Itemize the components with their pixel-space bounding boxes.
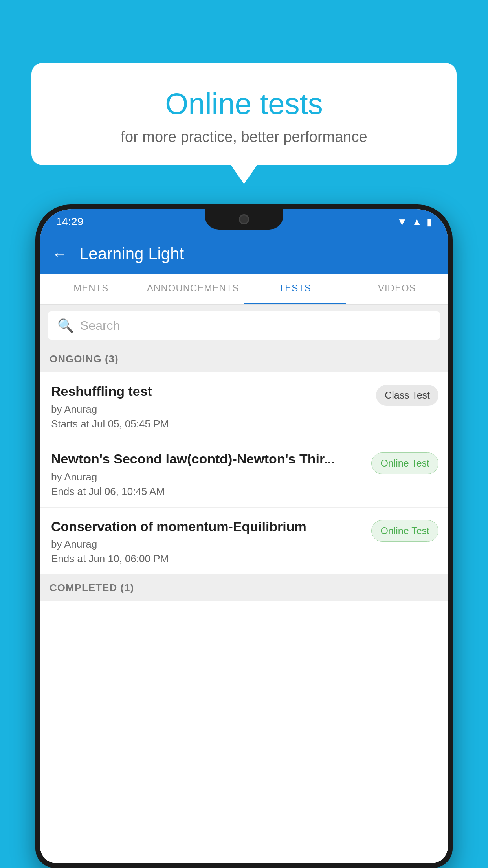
search-input[interactable]: Search <box>80 318 120 333</box>
app-title: Learning Light <box>79 245 184 263</box>
status-icons: ▼ ▲ ▮ <box>397 216 432 228</box>
status-time: 14:29 <box>56 215 83 228</box>
search-icon: 🔍 <box>57 318 74 333</box>
test-time: Ends at Jul 06, 10:45 AM <box>51 485 365 498</box>
test-name: Newton's Second law(contd)-Newton's Thir… <box>51 451 365 467</box>
section-completed-header: COMPLETED (1) <box>40 575 448 601</box>
back-button[interactable]: ← <box>52 245 68 263</box>
test-by: by Anurag <box>51 471 365 483</box>
phone-outer: 14:29 ▼ ▲ ▮ ← Learning Light MENTS ANNOU… <box>35 204 453 868</box>
test-by: by Anurag <box>51 403 370 416</box>
test-badge: Online Test <box>371 520 438 542</box>
list-item[interactable]: Reshuffling test by Anurag Starts at Jul… <box>40 372 448 440</box>
phone-wrapper: 14:29 ▼ ▲ ▮ ← Learning Light MENTS ANNOU… <box>35 204 453 868</box>
bubble-title: Online tests <box>47 86 441 121</box>
section-ongoing-header: ONGOING (3) <box>40 346 448 372</box>
search-bar: 🔍 Search <box>40 305 448 346</box>
phone-screen: 14:29 ▼ ▲ ▮ ← Learning Light MENTS ANNOU… <box>40 209 448 863</box>
camera <box>239 214 249 224</box>
search-input-wrapper[interactable]: 🔍 Search <box>48 311 440 340</box>
test-badge: Class Test <box>376 385 438 406</box>
list-item[interactable]: Newton's Second law(contd)-Newton's Thir… <box>40 440 448 508</box>
tab-announcements[interactable]: ANNOUNCEMENTS <box>142 274 244 304</box>
tab-ments[interactable]: MENTS <box>40 274 142 304</box>
battery-icon: ▮ <box>427 216 432 228</box>
test-time: Ends at Jun 10, 06:00 PM <box>51 553 365 565</box>
tab-tests[interactable]: TESTS <box>244 274 346 304</box>
test-list: Reshuffling test by Anurag Starts at Jul… <box>40 372 448 863</box>
tabs-bar: MENTS ANNOUNCEMENTS TESTS VIDEOS <box>40 274 448 305</box>
bubble-subtitle: for more practice, better performance <box>47 129 441 145</box>
speech-bubble: Online tests for more practice, better p… <box>31 63 457 165</box>
test-name: Reshuffling test <box>51 383 370 399</box>
test-time: Starts at Jul 05, 05:45 PM <box>51 418 370 430</box>
test-badge: Online Test <box>371 452 438 474</box>
phone-notch <box>205 209 283 230</box>
test-name: Conservation of momentum-Equilibrium <box>51 519 365 535</box>
test-info: Newton's Second law(contd)-Newton's Thir… <box>51 451 365 498</box>
wifi-icon: ▼ <box>397 216 407 228</box>
list-item[interactable]: Conservation of momentum-Equilibrium by … <box>40 508 448 575</box>
app-bar: ← Learning Light <box>40 234 448 274</box>
test-info: Reshuffling test by Anurag Starts at Jul… <box>51 383 370 430</box>
test-by: by Anurag <box>51 538 365 550</box>
signal-icon: ▲ <box>412 216 422 228</box>
test-info: Conservation of momentum-Equilibrium by … <box>51 519 365 565</box>
tab-videos[interactable]: VIDEOS <box>346 274 448 304</box>
